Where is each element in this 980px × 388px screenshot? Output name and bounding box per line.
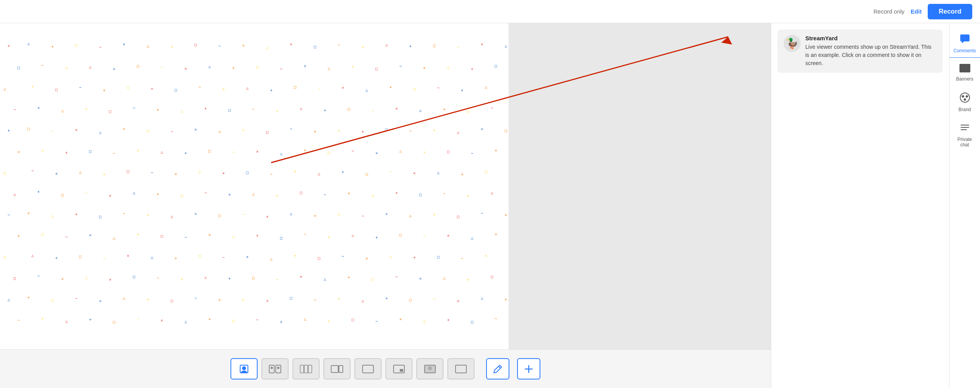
svg-text:△: △ bbox=[232, 234, 235, 239]
svg-text:△: △ bbox=[198, 169, 201, 174]
svg-text:~: ~ bbox=[495, 316, 497, 321]
layout-blank-button[interactable] bbox=[447, 358, 475, 379]
svg-text:△: △ bbox=[184, 319, 187, 324]
svg-text:×: × bbox=[137, 148, 139, 153]
svg-text:~: ~ bbox=[151, 170, 153, 175]
edit-action-button[interactable] bbox=[486, 358, 509, 379]
layout-faded-button[interactable] bbox=[416, 358, 444, 379]
layout-two-button[interactable] bbox=[261, 358, 289, 379]
svg-rect-466 bbox=[308, 365, 312, 373]
svg-text:+: + bbox=[157, 192, 159, 196]
svg-text:×: × bbox=[342, 85, 344, 90]
svg-text:×: × bbox=[280, 319, 282, 324]
svg-text:□: □ bbox=[413, 87, 416, 91]
svg-text:+: + bbox=[290, 42, 292, 46]
svg-text:+: + bbox=[375, 235, 378, 240]
svg-text:△: △ bbox=[127, 84, 130, 89]
svg-text:△: △ bbox=[65, 319, 68, 323]
svg-text:×: × bbox=[28, 211, 30, 215]
svg-text:□: □ bbox=[109, 109, 111, 113]
svg-text:~: ~ bbox=[171, 129, 173, 134]
layout-screen-button[interactable] bbox=[354, 358, 382, 379]
svg-text:△: △ bbox=[409, 213, 412, 218]
svg-line-475 bbox=[499, 366, 500, 368]
brand-label: Brand bbox=[958, 107, 971, 112]
svg-text:+: + bbox=[89, 317, 91, 322]
svg-rect-468 bbox=[339, 366, 343, 373]
svg-text:△: △ bbox=[443, 275, 446, 280]
svg-text:×: × bbox=[127, 253, 129, 258]
svg-text:△: △ bbox=[366, 88, 368, 92]
svg-text:△: △ bbox=[505, 43, 507, 48]
svg-text:×: × bbox=[161, 318, 163, 323]
svg-text:+: + bbox=[423, 150, 426, 155]
svg-text:+: + bbox=[113, 67, 115, 71]
svg-text:×: × bbox=[147, 213, 149, 217]
svg-text:~: ~ bbox=[85, 191, 88, 196]
svg-text:×: × bbox=[314, 129, 316, 134]
svg-text:△: △ bbox=[371, 193, 374, 197]
add-action-button[interactable] bbox=[517, 358, 540, 379]
svg-text:△: △ bbox=[208, 64, 211, 69]
svg-text:△: △ bbox=[471, 235, 474, 240]
record-button[interactable]: Record bbox=[928, 4, 972, 19]
svg-text:+: + bbox=[228, 276, 230, 281]
svg-text:□: □ bbox=[347, 106, 350, 111]
svg-text:△: △ bbox=[457, 130, 460, 134]
layout-pip-button[interactable] bbox=[385, 358, 413, 379]
svg-text:+: + bbox=[256, 233, 258, 238]
layout-three-button[interactable] bbox=[292, 358, 320, 379]
svg-text:□: □ bbox=[505, 128, 507, 133]
svg-text:×: × bbox=[75, 127, 77, 132]
svg-text:△: △ bbox=[246, 86, 249, 90]
layout-single-button[interactable] bbox=[230, 358, 258, 379]
svg-text:□: □ bbox=[300, 190, 302, 195]
svg-text:+: + bbox=[324, 108, 326, 113]
svg-text:△: △ bbox=[218, 129, 221, 133]
svg-text:×: × bbox=[481, 42, 483, 46]
svg-text:+: + bbox=[461, 172, 463, 177]
svg-text:△: △ bbox=[51, 213, 54, 218]
duck-icon: 🦆 bbox=[786, 38, 798, 50]
svg-text:△: △ bbox=[300, 106, 303, 110]
svg-text:□: □ bbox=[113, 319, 115, 324]
svg-text:~: ~ bbox=[318, 87, 320, 92]
svg-text:△: △ bbox=[151, 255, 153, 259]
svg-text:△: △ bbox=[181, 108, 183, 113]
svg-text:~: ~ bbox=[65, 235, 67, 239]
svg-text:×: × bbox=[181, 277, 183, 282]
svg-text:~: ~ bbox=[304, 232, 306, 237]
svg-rect-465 bbox=[304, 365, 308, 373]
svg-text:△: △ bbox=[290, 211, 293, 216]
svg-text:△: △ bbox=[161, 149, 163, 154]
svg-text:~: ~ bbox=[17, 318, 20, 323]
edit-button[interactable]: Edit bbox=[911, 8, 922, 15]
sidebar-item-banners[interactable]: Banners bbox=[949, 58, 980, 86]
sidebar-item-comments[interactable]: Comments bbox=[949, 27, 980, 58]
svg-text:×: × bbox=[399, 317, 402, 321]
svg-text:□: □ bbox=[294, 84, 296, 89]
svg-text:△: △ bbox=[491, 190, 493, 195]
svg-text:+: + bbox=[17, 233, 20, 238]
svg-text:~: ~ bbox=[457, 45, 459, 50]
svg-text:□: □ bbox=[41, 232, 44, 236]
svg-text:×: × bbox=[304, 64, 306, 68]
svg-text:□: □ bbox=[366, 172, 368, 176]
svg-text:□: □ bbox=[290, 295, 292, 300]
sidebar-item-brand[interactable]: Brand bbox=[949, 86, 980, 117]
svg-text:+: + bbox=[151, 86, 153, 91]
svg-rect-480 bbox=[959, 64, 970, 72]
layout-person-screen-button[interactable] bbox=[323, 358, 351, 379]
svg-text:□: □ bbox=[318, 256, 320, 260]
svg-point-481 bbox=[960, 93, 970, 102]
svg-text:×: × bbox=[457, 299, 459, 303]
sidebar-item-private-chat[interactable]: Privatechat bbox=[949, 117, 980, 152]
right-panel: 🦆 StreamYard Live viewer comments show u… bbox=[771, 23, 949, 388]
svg-text:△: △ bbox=[389, 254, 392, 258]
svg-rect-464 bbox=[300, 365, 304, 373]
svg-text:~: ~ bbox=[371, 108, 374, 113]
svg-text:□: □ bbox=[338, 212, 340, 216]
svg-text:+: + bbox=[266, 299, 268, 303]
svg-text:~: ~ bbox=[314, 298, 316, 302]
svg-text:+: + bbox=[413, 255, 416, 260]
